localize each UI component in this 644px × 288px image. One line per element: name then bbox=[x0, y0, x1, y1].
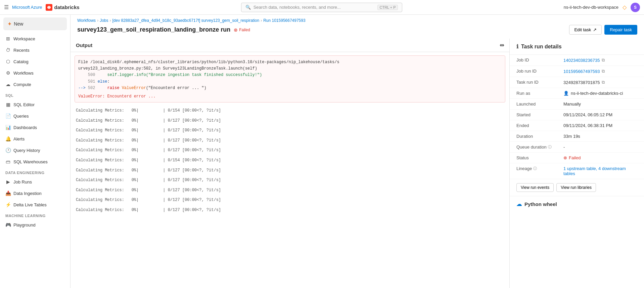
page-title: survey123_gem_soil_respiration_landing_b… bbox=[77, 26, 230, 33]
copy-job-run-id-icon[interactable]: ⧉ bbox=[602, 69, 605, 74]
label-task-run-id: Task run ID bbox=[516, 80, 563, 85]
edit-task-label: Edit task bbox=[574, 27, 591, 32]
app-body: + New ⊞ Workspace ⏱ Recents ⬡ Catalog ⚙ … bbox=[0, 15, 644, 288]
error-message: ValueError: Encounterd error ... bbox=[78, 94, 502, 99]
value-launched: Manually bbox=[563, 101, 581, 107]
recents-icon: ⏱ bbox=[5, 47, 11, 53]
output-panel: Output ⇔ File /local_disk0/.ephemeral_nf… bbox=[71, 39, 510, 288]
log-line: Calculating Metrics: 0%| | 0/127 [00:00<… bbox=[71, 136, 509, 146]
breadcrumb-sep-2: › bbox=[109, 18, 111, 23]
sidebar-item-label: Playground bbox=[13, 222, 36, 228]
svg-marker-0 bbox=[47, 6, 51, 9]
data-ingestion-icon: 📥 bbox=[5, 191, 11, 196]
search-bar[interactable]: 🔍 Search data, notebooks, recents, and m… bbox=[241, 3, 402, 12]
topnav: ☰ Microsoft Azure databricks 🔍 Search da… bbox=[0, 0, 644, 15]
sidebar-item-playground[interactable]: 🎮 Playground bbox=[0, 219, 70, 231]
breadcrumb-workflows[interactable]: Workflows bbox=[77, 18, 96, 23]
details-panel: ℹ Task run details Job ID 14023403823673… bbox=[510, 39, 644, 288]
sidebar-item-delta-live[interactable]: ⚡ Delta Live Tables bbox=[0, 199, 70, 210]
sidebar-item-recents[interactable]: ⏱ Recents bbox=[0, 44, 70, 56]
sidebar-item-dashboards[interactable]: 📊 Dashboards bbox=[0, 122, 70, 133]
workspace-name[interactable]: ns-ii-tech-dev-db-workspace bbox=[564, 5, 618, 10]
code-line-5: --> 502 raise ValueError("Encounterd err… bbox=[78, 85, 502, 91]
lineage-info-icon[interactable]: ⓘ bbox=[533, 166, 537, 171]
value-run-as: 👤 ns-ii-tech-dev-databricks-ci bbox=[563, 91, 623, 96]
topnav-left: ☰ Microsoft Azure databricks bbox=[4, 4, 80, 11]
sidebar-item-label: SQL Warehouses bbox=[13, 159, 48, 164]
code-block: File /local_disk0/.ephemeral_nfs/cluster… bbox=[75, 55, 505, 102]
job-run-id-link[interactable]: 101595667497593 bbox=[563, 69, 600, 74]
sidebar-item-workspace[interactable]: ⊞ Workspace bbox=[0, 33, 70, 44]
sidebar-item-query-history[interactable]: 🕐 Query History bbox=[0, 145, 70, 156]
copy-task-run-id-icon[interactable]: ⧉ bbox=[602, 80, 605, 85]
log-line: Calculating Metrics: 0%| | 0/127 [00:00<… bbox=[71, 205, 509, 215]
detail-row-task-run-id: Task run ID 324928738701875 ⧉ bbox=[510, 77, 644, 88]
job-id-link[interactable]: 140234038236735 bbox=[563, 58, 600, 63]
topnav-right: ns-ii-tech-dev-db-workspace ◇ S bbox=[564, 3, 640, 12]
azure-logo: Microsoft Azure bbox=[12, 5, 42, 10]
workspace-icon: ⊞ bbox=[5, 36, 11, 41]
value-queue-duration: - bbox=[563, 145, 565, 150]
plus-icon: + bbox=[8, 21, 11, 27]
log-lines-container: Calculating Metrics: 0%| | 0/154 [00:00<… bbox=[71, 106, 509, 215]
label-job-id: Job ID bbox=[516, 57, 563, 63]
sidebar-item-compute[interactable]: ☁ Compute bbox=[0, 79, 70, 90]
breadcrumb-run[interactable]: Run 101595667497593 bbox=[263, 18, 305, 23]
search-shortcut: CTRL + P bbox=[377, 5, 398, 10]
log-line: Calculating Metrics: 0%| | 0/127 [00:00<… bbox=[71, 186, 509, 196]
menu-icon[interactable]: ☰ bbox=[4, 4, 9, 10]
edit-task-button[interactable]: Edit task ↗ bbox=[569, 25, 602, 35]
task-run-id-value: 324928738701875 bbox=[563, 80, 600, 85]
header-actions: Edit task ↗ Repair task bbox=[569, 25, 637, 35]
label-started: Started bbox=[516, 112, 563, 117]
repair-task-button[interactable]: Repair task bbox=[604, 25, 637, 35]
label-queue-duration: Queue duration ⓘ bbox=[516, 145, 563, 150]
view-run-libraries-button[interactable]: View run libraries bbox=[556, 183, 596, 192]
queries-icon: 📄 bbox=[5, 113, 11, 119]
databricks-icon bbox=[46, 4, 52, 11]
cloud-icon: ☁ bbox=[516, 201, 522, 207]
workflows-icon: ⚙ bbox=[5, 70, 11, 76]
sidebar-item-alerts[interactable]: 🔔 Alerts bbox=[0, 133, 70, 145]
sidebar-item-queries[interactable]: 📄 Queries bbox=[0, 110, 70, 122]
value-started: 09/11/2024, 06:05:12 PM bbox=[563, 112, 612, 117]
detail-row-launched: Launched Manually bbox=[510, 99, 644, 110]
log-line: Calculating Metrics: 0%| | 0/154 [00:00<… bbox=[71, 156, 509, 166]
code-line-2: urvey123_landing_bronze.py:502, in Surve… bbox=[78, 66, 502, 72]
value-job-id: 140234038236735 ⧉ bbox=[563, 57, 605, 63]
output-header: Output ⇔ bbox=[71, 39, 509, 52]
sidebar-item-sql-editor[interactable]: ▦ SQL Editor bbox=[0, 99, 70, 110]
sidebar-item-workflows[interactable]: ⚙ Workflows bbox=[0, 67, 70, 79]
avatar[interactable]: S bbox=[631, 3, 640, 12]
label-run-as: Run as bbox=[516, 91, 563, 96]
sidebar-item-sql-warehouses[interactable]: 🗃 SQL Warehouses bbox=[0, 156, 70, 167]
code-line-3: 500 self.logger.info("Bronze ingestion t… bbox=[78, 72, 502, 78]
sidebar-item-label: Query History bbox=[13, 148, 40, 153]
log-line: Calculating Metrics: 0%| | 0/154 [00:00<… bbox=[71, 106, 509, 116]
value-ended: 09/11/2024, 06:38:31 PM bbox=[563, 123, 612, 128]
log-line: Calculating Metrics: 0%| | 0/127 [00:00<… bbox=[71, 195, 509, 205]
details-header: ℹ Task run details bbox=[510, 39, 644, 55]
sidebar-item-job-runs[interactable]: ▶ Job Runs bbox=[0, 176, 70, 188]
view-run-events-button[interactable]: View run events bbox=[516, 183, 554, 192]
breadcrumb-job-name[interactable]: [dev 82883a27_dfea_4d94_b18c_93aedbc6717… bbox=[112, 18, 259, 23]
sidebar-item-label: Workflows bbox=[13, 71, 34, 76]
new-button[interactable]: + New bbox=[3, 17, 67, 30]
output-title: Output bbox=[76, 42, 92, 48]
queue-info-icon[interactable]: ⓘ bbox=[548, 145, 552, 150]
breadcrumb-sep-3: › bbox=[261, 18, 262, 23]
query-history-icon: 🕐 bbox=[5, 148, 11, 153]
sidebar-item-label: Workspace bbox=[13, 36, 35, 41]
status-failed-icon: ⊗ bbox=[563, 155, 567, 160]
lineage-link[interactable]: 1 upstream table, 4 downstream tables bbox=[563, 166, 637, 176]
compute-icon: ☁ bbox=[5, 82, 11, 87]
expand-icon[interactable]: ⇔ bbox=[500, 42, 504, 48]
label-job-run-id: Job run ID bbox=[516, 69, 563, 74]
sidebar-item-data-ingestion[interactable]: 📥 Data Ingestion bbox=[0, 188, 70, 199]
copy-job-id-icon[interactable]: ⧉ bbox=[602, 57, 605, 63]
breadcrumb-jobs[interactable]: Jobs bbox=[100, 18, 108, 23]
sidebar-item-catalog[interactable]: ⬡ Catalog bbox=[0, 56, 70, 67]
label-status: Status bbox=[516, 155, 563, 160]
content-area: Output ⇔ File /local_disk0/.ephemeral_nf… bbox=[71, 39, 644, 288]
log-line: Calculating Metrics: 0%| | 0/127 [00:00<… bbox=[71, 175, 509, 186]
